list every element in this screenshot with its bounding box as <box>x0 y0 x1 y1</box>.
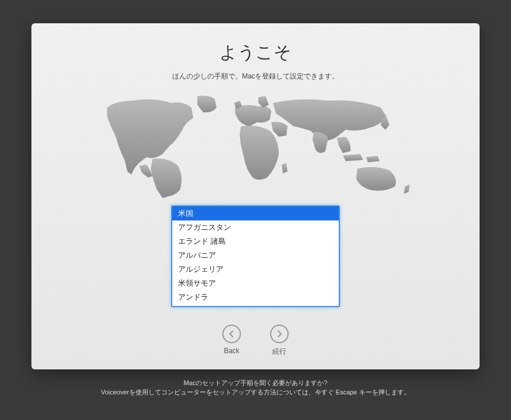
country-item[interactable]: アンドラ <box>172 290 339 304</box>
country-item[interactable]: 米国 <box>172 207 339 220</box>
welcome-subtitle: ほんの少しの手順で。Macを登録して設定できます。 <box>172 72 339 81</box>
arrow-right-icon <box>270 325 289 343</box>
navigation-buttons: Back 続行 <box>222 325 289 357</box>
voiceover-line1: Macのセットアップ手順を聞く必要がありますか? <box>101 378 410 387</box>
country-item[interactable]: アルジェリア <box>172 262 339 276</box>
country-item[interactable]: アンゴラ <box>172 304 339 307</box>
voiceover-hint: Macのセットアップ手順を聞く必要がありますか? Voiceoverを使用してコ… <box>101 378 410 397</box>
setup-assistant-card: ようこそ ほんの少しの手順で。Macを登録して設定できます。 <box>31 23 480 369</box>
country-item[interactable]: エランド 諸島 <box>172 234 339 248</box>
country-item[interactable]: 米領サモア <box>172 276 339 290</box>
arrow-left-icon <box>222 325 241 343</box>
country-item[interactable]: アルバニア <box>172 248 339 262</box>
back-label: Back <box>224 347 240 355</box>
country-select-list[interactable]: 米国アフガニスタンエランド 諸島アルバニアアルジェリア米領サモアアンドラアンゴラ <box>171 205 340 307</box>
world-map <box>84 90 427 201</box>
back-button[interactable]: Back <box>222 325 241 355</box>
continue-button[interactable]: 続行 <box>270 325 289 357</box>
voiceover-line2: Voiceoverを使用してコンピューターをセットアップする方法については、今す… <box>101 387 410 397</box>
welcome-title: ようこそ <box>219 41 292 65</box>
country-item[interactable]: アフガニスタン <box>172 220 339 234</box>
continue-label: 続行 <box>272 347 286 357</box>
